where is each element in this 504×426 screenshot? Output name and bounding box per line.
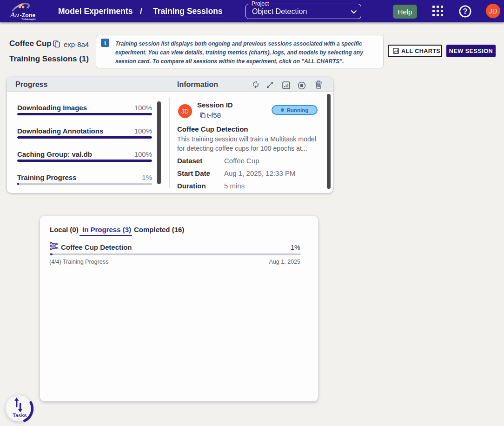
svg-text:Au: Au bbox=[10, 11, 19, 19]
svg-text:i: i bbox=[104, 40, 106, 47]
svg-text:Technologies: Technologies bbox=[21, 17, 36, 20]
